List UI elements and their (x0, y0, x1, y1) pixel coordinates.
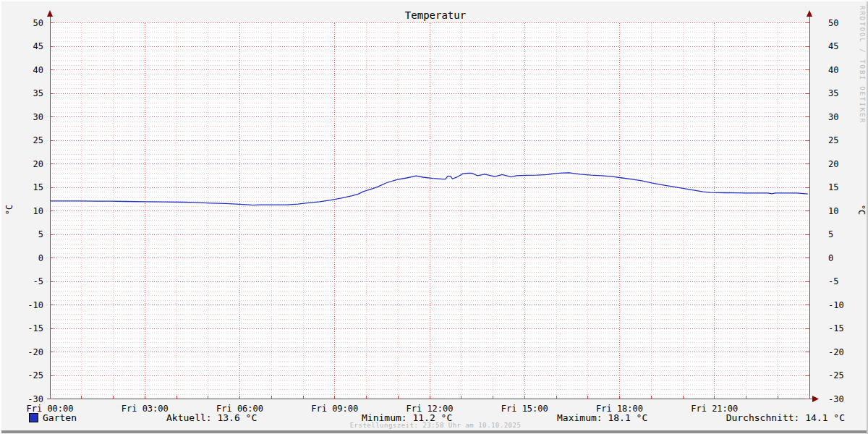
bottom-bevel (1, 430, 868, 433)
y-axis-unit-right: °C (856, 199, 867, 221)
y-axis-unit-left: °C (4, 199, 14, 221)
rrdtool-graph: -30-30-25-25-20-20-15-15-10-10-5-5005510… (0, 0, 868, 434)
temperature-chart (1, 1, 868, 434)
rrdtool-watermark: RRDTOOL / TOBI OETIKER (859, 6, 866, 124)
creation-timestamp: Erstellungszeit: 23:58 Uhr am 10.10.2025 (1, 422, 868, 429)
chart-title: Temperatur (1, 9, 868, 21)
